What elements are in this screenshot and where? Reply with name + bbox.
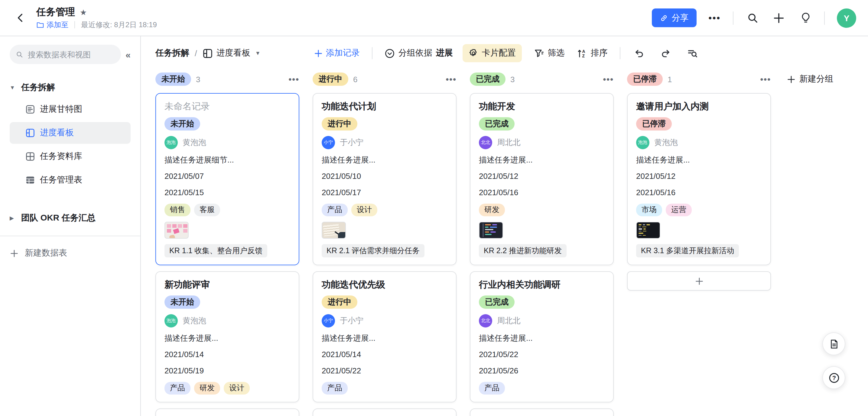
column-status-badge: 已完成: [470, 72, 505, 86]
search-list-icon: [687, 48, 698, 59]
avatar: 北北: [479, 314, 492, 327]
card-tags: 研发: [479, 204, 604, 216]
card-start-date: 2021/05/14: [322, 349, 447, 360]
sidebar-view-item[interactable]: 任务资料库: [10, 146, 131, 167]
sidebar-view-label: 任务资料库: [40, 151, 82, 162]
lightbulb-icon: [800, 12, 811, 24]
redo-button[interactable]: [659, 46, 672, 60]
avatar: 小宁: [322, 136, 335, 149]
breadcrumb-table[interactable]: 任务拆解: [155, 48, 189, 59]
gantt-view-icon: [25, 105, 35, 114]
kanban-card[interactable]: 邀请用户加入内测已停滞泡泡黄泡泡描述任务进展...2021/05/122021/…: [627, 93, 771, 265]
kanban-card[interactable]: 新功能评审未开始泡泡黄泡泡描述任务进展...2021/05/142021/05/…: [155, 271, 299, 403]
sidebar-search[interactable]: [10, 45, 121, 64]
folder-icon: [36, 21, 44, 29]
kanban-column: 进行中6•••功能迭代计划进行中小宁于小宁描述任务进展...2021/05/10…: [313, 72, 457, 416]
column-header: 未开始3•••: [155, 72, 299, 86]
kanban-card[interactable]: 行业内相关功能调研已完成北北周北北描述任务进展...2021/05/222021…: [470, 271, 614, 403]
card-end-date: 2021/05/15: [164, 187, 290, 198]
favorite-star-icon[interactable]: ★: [80, 8, 87, 16]
filter-button[interactable]: 筛选: [534, 48, 565, 59]
kanban-card[interactable]: 功能迭代优先级进行中小宁于小宁描述任务进展...2021/05/142021/0…: [313, 271, 457, 403]
kanban-card[interactable]: 未命名记录未开始泡泡黄泡泡描述任务进展细节...2021/05/072021/0…: [155, 93, 299, 265]
avatar: 小宁: [322, 314, 335, 327]
card-end-date: 2021/05/16: [479, 187, 604, 198]
column-menu-button[interactable]: •••: [603, 74, 614, 84]
tag: 销售: [164, 204, 190, 216]
table-view-icon: [25, 175, 35, 185]
card-start-date: 2021/05/10: [322, 171, 447, 182]
new-group-button[interactable]: 新建分组: [787, 72, 833, 86]
tag: 研发: [479, 204, 505, 216]
code-editor-photo[interactable]: [479, 222, 503, 239]
column-menu-button[interactable]: •••: [761, 74, 771, 84]
add-card-button[interactable]: [627, 271, 771, 290]
card-title: 功能迭代优先级: [322, 279, 447, 290]
add-card-button[interactable]: [155, 409, 299, 416]
add-card-button[interactable]: [470, 409, 614, 416]
card-description: 描述任务进展...: [479, 155, 604, 166]
tag: 设计: [351, 204, 377, 216]
search-in-view-button[interactable]: [686, 46, 699, 60]
card-title: 新功能评审: [164, 279, 290, 290]
sort-icon: AZ: [577, 48, 587, 58]
add-card-button[interactable]: [313, 409, 457, 416]
sticky-notes-photo[interactable]: [164, 222, 189, 239]
plus-icon: [773, 12, 785, 24]
column-menu-button[interactable]: •••: [446, 74, 457, 84]
column-menu-button[interactable]: •••: [289, 74, 299, 84]
card-end-date: 2021/05/22: [322, 366, 447, 376]
plus-icon: [787, 75, 796, 84]
tag: 产品: [164, 382, 190, 394]
more-button[interactable]: •••: [708, 13, 721, 23]
assignee-name: 黄泡泡: [183, 315, 206, 326]
sidebar-view-item[interactable]: 进度看板: [10, 122, 131, 144]
search-button[interactable]: [746, 11, 759, 25]
card-tags: 产品设计: [322, 204, 447, 216]
avatar: 北北: [479, 136, 492, 149]
tips-button[interactable]: [799, 11, 812, 25]
sidebar-search-input[interactable]: [27, 49, 115, 60]
card-status-badge: 进行中: [322, 117, 358, 131]
divider: [372, 47, 372, 59]
kanban-card[interactable]: 功能开发已完成北北周北北描述任务进展...2021/05/122021/05/1…: [470, 93, 614, 265]
new-table-button[interactable]: 新建数据表: [10, 242, 131, 264]
sort-button[interactable]: AZ 排序: [577, 48, 608, 59]
undo-button[interactable]: [632, 46, 646, 60]
assignee-name: 黄泡泡: [654, 137, 678, 148]
sidebar-view-item[interactable]: 任务管理表: [10, 169, 131, 191]
writing-hand-photo[interactable]: [322, 222, 346, 239]
help-button[interactable]: ?: [823, 366, 845, 389]
kanban-view-icon: [25, 128, 35, 138]
add-record-button[interactable]: 添加记录: [314, 48, 360, 59]
share-button[interactable]: 分享: [652, 8, 696, 27]
sidebar-view-item[interactable]: 进展甘特图: [10, 99, 131, 120]
kanban-card[interactable]: 功能迭代计划进行中小宁于小宁描述任务进展...2021/05/102021/05…: [313, 93, 457, 265]
card-tags: 产品研发设计: [164, 382, 290, 394]
card-config-button[interactable]: 卡片配置: [463, 44, 522, 62]
create-new-button[interactable]: [772, 11, 785, 25]
new-group-label: 新建分组: [799, 74, 833, 84]
card-kr-link: KR 1.1 收集、整合用户反馈: [164, 244, 267, 257]
card-status-badge: 已完成: [479, 117, 515, 131]
assignee-name: 于小宁: [340, 137, 363, 148]
group-by-button[interactable]: 分组依据 进展: [384, 48, 453, 59]
triangle-down-icon: ▼: [10, 84, 16, 91]
question-mark-icon: ?: [828, 372, 840, 383]
column-status-badge: 已停滞: [627, 72, 663, 86]
card-status-badge: 未开始: [164, 117, 200, 131]
sidebar-section-toggle[interactable]: ▼任务拆解: [10, 78, 131, 97]
divider: [733, 11, 734, 25]
search-icon: [16, 50, 23, 59]
undo-icon: [634, 48, 645, 59]
back-button[interactable]: [12, 10, 28, 26]
terminal-photo[interactable]: [636, 222, 660, 239]
record-catalog-button[interactable]: [823, 332, 845, 355]
add-to-button[interactable]: 添加至: [36, 20, 68, 30]
sidebar-section-toggle[interactable]: ▶团队 OKR 任务汇总: [10, 209, 131, 227]
user-avatar[interactable]: Y: [837, 8, 856, 28]
collapse-sidebar-button[interactable]: «: [125, 49, 131, 60]
link-icon: [659, 13, 668, 22]
view-selector[interactable]: 进度看板 ▼: [203, 48, 260, 59]
assignee-name: 黄泡泡: [183, 137, 206, 148]
